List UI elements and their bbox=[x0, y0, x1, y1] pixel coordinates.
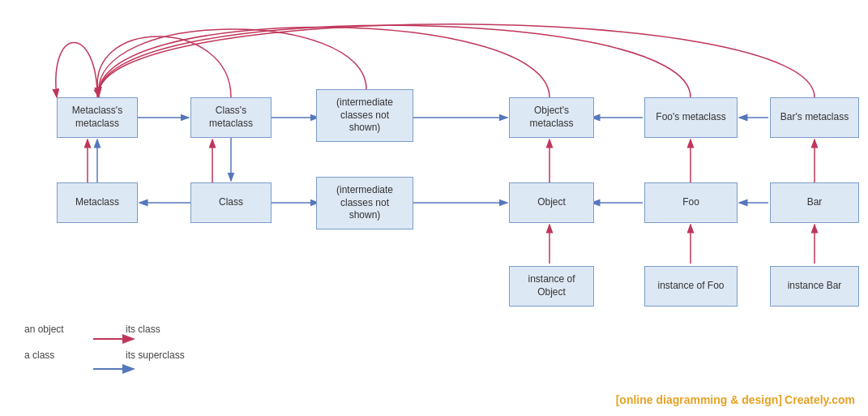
node-object: Object bbox=[509, 182, 594, 223]
legend-class-label: a class bbox=[24, 350, 77, 361]
node-class-meta: Class'smetaclass bbox=[190, 97, 272, 138]
legend-class: a class its superclass bbox=[24, 350, 185, 361]
node-object-meta: Object'smetaclass bbox=[509, 97, 594, 138]
node-inter-class: (intermediateclasses notshown) bbox=[316, 177, 413, 229]
legend-class-desc: its superclass bbox=[126, 350, 185, 361]
node-inst-foo: instance of Foo bbox=[644, 266, 738, 307]
node-metaclass-meta: Metaclass's metaclass bbox=[57, 97, 138, 138]
legend-object-desc: its class bbox=[126, 324, 160, 335]
creately-suffix: .com bbox=[828, 393, 855, 406]
creately-brand[interactable]: Creately bbox=[785, 393, 828, 406]
node-bar-meta: Bar's metaclass bbox=[770, 97, 859, 138]
node-inst-object: instance ofObject bbox=[509, 266, 594, 307]
legend-object-label: an object bbox=[24, 324, 77, 335]
node-metaclass: Metaclass bbox=[57, 182, 138, 223]
creately-prefix: [online diagramming & design] bbox=[616, 393, 782, 406]
node-inter-meta: (intermediateclasses notshown) bbox=[316, 89, 413, 142]
node-foo-meta: Foo's metaclass bbox=[644, 97, 738, 138]
node-foo: Foo bbox=[644, 182, 738, 223]
creately-branding: [online diagramming & design] Creately.c… bbox=[616, 393, 855, 406]
legend-object: an object its class bbox=[24, 324, 185, 335]
node-bar: Bar bbox=[770, 182, 859, 223]
diagram-container: Metaclass's metaclass Class'smetaclass (… bbox=[0, 0, 868, 416]
node-inst-bar: instance Bar bbox=[770, 266, 859, 307]
legend: an object its class a class its supercla… bbox=[24, 324, 185, 375]
node-class: Class bbox=[190, 182, 272, 223]
